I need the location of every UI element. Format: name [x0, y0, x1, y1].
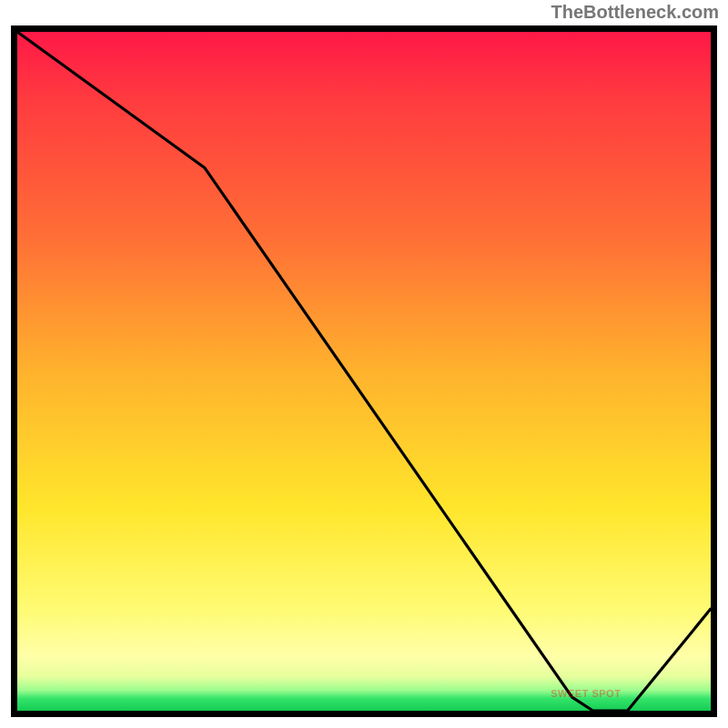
curve-layer: SWEET SPOT [11, 25, 717, 717]
bottleneck-curve-path [17, 32, 711, 711]
plot-area: SWEET SPOT [11, 25, 717, 717]
sweet-spot-annotation: SWEET SPOT [551, 688, 621, 699]
watermark-text: TheBottleneck.com [551, 2, 719, 23]
chart-container: TheBottleneck.com SWEET SPOT [0, 0, 728, 728]
